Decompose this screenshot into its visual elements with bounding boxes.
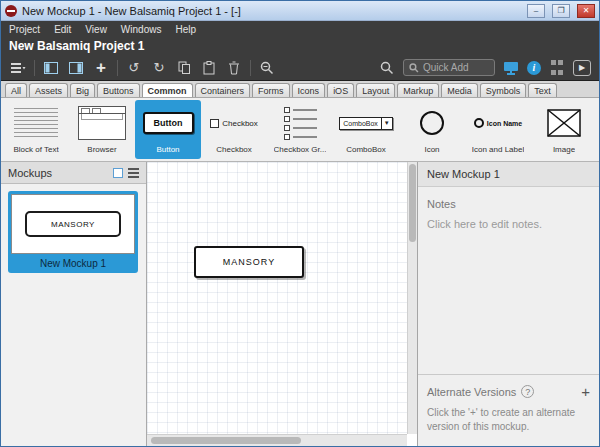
image-thumbnail xyxy=(547,103,581,143)
maximize-button[interactable]: ❐ xyxy=(552,4,570,18)
palette-item-image[interactable]: Image xyxy=(531,100,597,159)
tab-containers[interactable]: Containers xyxy=(195,83,251,97)
alternate-versions-section: Alternate Versions ? + Click the '+' to … xyxy=(418,374,599,446)
redo-icon[interactable]: ↻ xyxy=(150,59,168,77)
palette-item-checkbox[interactable]: Checkbox Checkbox xyxy=(201,100,267,159)
palette-item-checkbox-group[interactable]: Checkbox Gr... xyxy=(267,100,333,159)
notes-placeholder[interactable]: Click here to edit notes. xyxy=(418,213,599,235)
present-icon[interactable] xyxy=(502,59,520,77)
palette-item-button[interactable]: Button Button xyxy=(135,100,201,159)
notes-label: Notes xyxy=(418,187,599,213)
canvas-horizontal-scrollbar[interactable] xyxy=(147,434,407,446)
palette-item-icon-and-label[interactable]: Icon Name Icon and Label xyxy=(465,100,531,159)
menu-edit[interactable]: Edit xyxy=(54,24,71,35)
inspector-panel: New Mockup 1 Notes Click here to edit no… xyxy=(417,162,599,446)
tab-ios[interactable]: iOS xyxy=(327,83,354,97)
tab-markup[interactable]: Markup xyxy=(397,83,439,97)
app-window: New Mockup 1 - New Balsamiq Project 1 - … xyxy=(0,0,600,447)
tab-layout[interactable]: Layout xyxy=(356,83,395,97)
title-bar: New Mockup 1 - New Balsamiq Project 1 - … xyxy=(1,1,599,21)
icon-thumbnail xyxy=(420,103,444,143)
toggle-right-panel-icon[interactable] xyxy=(67,59,85,77)
trash-icon[interactable] xyxy=(225,59,243,77)
minimize-button[interactable]: – xyxy=(527,4,545,18)
menu-view[interactable]: View xyxy=(85,24,107,35)
mockup-list-item[interactable]: MANSORY New Mockup 1 xyxy=(8,191,138,273)
toolbar: + ↺ ↻ i ▶ xyxy=(1,55,599,81)
button-thumbnail: Button xyxy=(143,103,194,143)
palette-item-block-of-text[interactable]: Block of Text xyxy=(3,100,69,159)
vertical-scroll-thumb[interactable] xyxy=(409,164,416,242)
block-of-text-thumbnail xyxy=(14,103,58,143)
tab-symbols[interactable]: Symbols xyxy=(480,83,527,97)
mockup-name: New Mockup 1 xyxy=(11,254,135,270)
palette-item-browser[interactable]: Browser xyxy=(69,100,135,159)
palette-item-combobox[interactable]: ComboBox▼ ComboBox xyxy=(333,100,399,159)
tab-assets[interactable]: Assets xyxy=(29,83,68,97)
menu-bar: Project Edit View Windows Help xyxy=(1,21,599,37)
canvas[interactable]: MANSORY xyxy=(147,162,417,446)
mockups-panel-header: Mockups xyxy=(1,162,146,184)
browser-thumbnail xyxy=(78,103,126,143)
window-title: New Mockup 1 - New Balsamiq Project 1 - … xyxy=(22,5,520,17)
toolbar-separator xyxy=(117,60,118,76)
app-icon xyxy=(5,5,17,17)
info-icon[interactable]: i xyxy=(527,61,541,75)
zoom-out-icon[interactable] xyxy=(258,59,276,77)
checkbox-thumbnail: Checkbox xyxy=(210,103,258,143)
canvas-grid xyxy=(147,162,407,434)
menu-project[interactable]: Project xyxy=(9,24,40,35)
mockups-list: MANSORY New Mockup 1 xyxy=(1,184,146,446)
fullscreen-presentation-icon[interactable]: ▶ xyxy=(573,60,591,76)
alternate-versions-help-icon[interactable]: ? xyxy=(521,385,534,398)
quick-add-box xyxy=(403,59,495,76)
tab-common[interactable]: Common xyxy=(142,83,193,97)
thumbnail-view-icon[interactable] xyxy=(113,168,123,178)
mockups-panel-title: Mockups xyxy=(8,167,108,179)
close-button[interactable]: ✕ xyxy=(577,4,595,18)
checkbox-group-thumbnail xyxy=(284,103,317,143)
library-tabstrip: All Assets Big Buttons Common Containers… xyxy=(1,81,599,98)
quick-add-search-icon xyxy=(409,63,419,73)
tab-forms[interactable]: Forms xyxy=(252,83,290,97)
tab-buttons[interactable]: Buttons xyxy=(97,83,140,97)
icon-and-label-thumbnail: Icon Name xyxy=(474,103,522,143)
horizontal-scroll-thumb[interactable] xyxy=(151,437,301,444)
toolbar-separator xyxy=(250,60,251,76)
main-area: Mockups MANSORY New Mockup 1 MANSORY xyxy=(1,162,599,446)
canvas-button-widget[interactable]: MANSORY xyxy=(194,246,304,278)
menu-windows[interactable]: Windows xyxy=(121,24,162,35)
component-palette: Block of Text Browser Button Button Chec… xyxy=(1,98,599,162)
copy-icon[interactable] xyxy=(175,59,193,77)
mockup-thumbnail-button: MANSORY xyxy=(25,211,121,237)
panel-menu-icon[interactable] xyxy=(128,168,139,178)
canvas-vertical-scrollbar[interactable] xyxy=(407,162,417,434)
inspector-title: New Mockup 1 xyxy=(418,162,599,187)
mockups-panel: Mockups MANSORY New Mockup 1 xyxy=(1,162,147,446)
paste-icon[interactable] xyxy=(200,59,218,77)
apps-grid-icon[interactable] xyxy=(548,59,566,77)
alternate-versions-label: Alternate Versions xyxy=(427,386,516,398)
toolbar-separator xyxy=(34,60,35,76)
combobox-thumbnail: ComboBox▼ xyxy=(339,103,393,143)
palette-item-icon[interactable]: Icon xyxy=(399,100,465,159)
mockup-thumbnail: MANSORY xyxy=(11,194,135,254)
toggle-left-panel-icon[interactable] xyxy=(42,59,60,77)
tab-all[interactable]: All xyxy=(5,83,27,97)
add-mockup-icon[interactable]: + xyxy=(92,59,110,77)
tab-icons[interactable]: Icons xyxy=(292,83,326,97)
tab-media[interactable]: Media xyxy=(441,83,478,97)
menu-help[interactable]: Help xyxy=(175,24,196,35)
quick-add-input[interactable] xyxy=(423,62,487,73)
search-icon[interactable] xyxy=(378,59,396,77)
undo-icon[interactable]: ↺ xyxy=(125,59,143,77)
add-alternate-version-button[interactable]: + xyxy=(581,384,590,399)
main-menu-icon[interactable] xyxy=(9,59,27,77)
tab-text[interactable]: Text xyxy=(528,83,557,97)
project-title: New Balsamiq Project 1 xyxy=(1,37,599,55)
tab-big[interactable]: Big xyxy=(70,83,95,97)
alternate-versions-hint: Click the '+' to create an alternate ver… xyxy=(418,404,599,446)
